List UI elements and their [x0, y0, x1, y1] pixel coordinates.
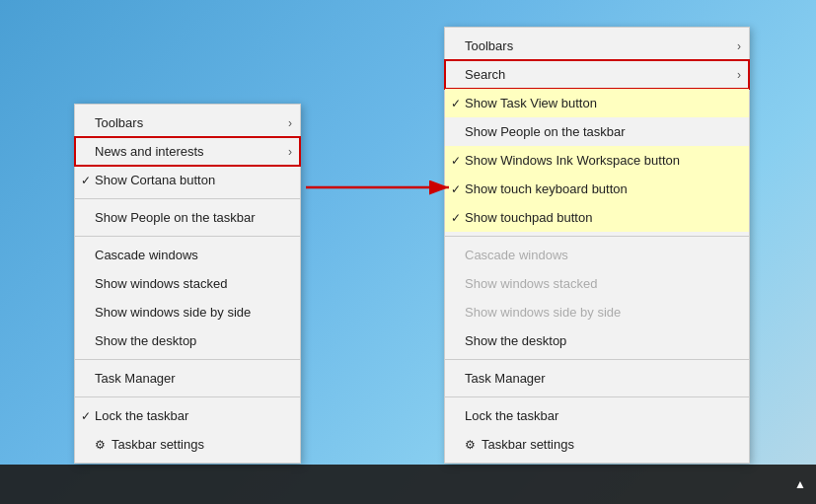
menu-item-label: Show windows stacked [95, 276, 227, 291]
menu-item-label: Show windows side by side [95, 305, 251, 320]
menu-item-label: Show windows side by side [465, 305, 621, 320]
menu-divider [445, 396, 749, 397]
menu-divider [75, 359, 300, 360]
context-menu-right: Toolbars›Search›✓Show Task View buttonSh… [444, 27, 750, 464]
menu-item-show-people-r[interactable]: Show People on the taskbar [445, 117, 749, 146]
submenu-arrow-icon: › [737, 68, 741, 82]
menu-item-label: Show touchpad button [465, 210, 592, 225]
menu-item-label: Toolbars [465, 38, 513, 53]
menu-item-label: Taskbar settings [482, 437, 574, 452]
checkmark-icon: ✓ [81, 174, 91, 187]
menu-item-label: Show People on the taskbar [465, 124, 626, 139]
menu-item-label: Cascade windows [95, 248, 198, 262]
menu-item-lock-taskbar[interactable]: ✓Lock the taskbar [75, 401, 300, 430]
menu-item-label: News and interests [95, 144, 204, 159]
menu-item-show-taskview[interactable]: ✓Show Task View button [445, 89, 749, 117]
menu-item-label: Cascade windows [465, 248, 568, 262]
menu-divider [445, 236, 749, 237]
menu-item-task-manager-r[interactable]: Task Manager [445, 364, 749, 393]
menu-item-show-desktop-r[interactable]: Show the desktop [445, 326, 749, 355]
menu-item-show-ink[interactable]: ✓Show Windows Ink Workspace button [445, 146, 749, 175]
menu-item-label: Show the desktop [465, 333, 566, 348]
menu-item-show-side-r: Show windows side by side [445, 298, 749, 326]
taskbar-chevron-icon[interactable]: ▲ [794, 477, 806, 491]
menu-item-cascade[interactable]: Cascade windows [75, 241, 300, 269]
checkmark-icon: ✓ [451, 211, 461, 225]
gear-icon: ⚙ [95, 438, 106, 452]
menu-item-label: Show Windows Ink Workspace button [465, 153, 680, 168]
menu-item-label: Search [465, 67, 505, 82]
checkmark-icon: ✓ [451, 154, 461, 168]
menu-item-show-side[interactable]: Show windows side by side [75, 298, 300, 326]
menu-item-show-cortana[interactable]: ✓Show Cortana button [75, 166, 300, 194]
menu-item-label: Task Manager [465, 371, 546, 386]
checkmark-icon: ✓ [451, 182, 461, 196]
submenu-arrow-icon: › [737, 39, 741, 53]
menu-divider [445, 359, 749, 360]
menu-item-label: Show windows stacked [465, 276, 597, 291]
submenu-arrow-icon: › [288, 116, 292, 130]
menu-divider [75, 236, 300, 237]
menu-item-show-touchpad[interactable]: ✓Show touchpad button [445, 203, 749, 232]
gear-icon: ⚙ [465, 438, 476, 452]
menu-item-task-manager[interactable]: Task Manager [75, 364, 300, 393]
menu-item-toolbars[interactable]: Toolbars› [75, 108, 300, 137]
menu-item-label: Lock the taskbar [465, 408, 558, 423]
menu-item-toolbars-r[interactable]: Toolbars› [445, 32, 749, 60]
checkmark-icon: ✓ [81, 409, 91, 423]
menu-item-label: Lock the taskbar [95, 408, 188, 423]
menu-item-taskbar-settings-r[interactable]: ⚙Taskbar settings [445, 430, 749, 459]
menu-item-label: Taskbar settings [111, 437, 204, 452]
submenu-arrow-icon: › [288, 145, 292, 159]
menu-item-show-stacked[interactable]: Show windows stacked [75, 269, 300, 298]
menu-item-show-stacked-r: Show windows stacked [445, 269, 749, 298]
taskbar: ▲ [0, 465, 816, 504]
menu-item-label: Toolbars [95, 115, 143, 130]
menu-divider [75, 198, 300, 199]
menu-item-show-desktop[interactable]: Show the desktop [75, 326, 300, 355]
context-menu-left: Toolbars›News and interests›✓Show Cortan… [74, 104, 301, 464]
menu-item-label: Show touch keyboard button [465, 181, 628, 196]
menu-item-show-people[interactable]: Show People on the taskbar [75, 203, 300, 232]
menu-item-cascade-r: Cascade windows [445, 241, 749, 269]
menu-item-show-keyboard[interactable]: ✓Show touch keyboard button [445, 175, 749, 203]
menu-item-search-r[interactable]: Search› [445, 60, 749, 89]
menu-item-label: Task Manager [95, 371, 176, 386]
menu-item-news-interests[interactable]: News and interests› [75, 137, 300, 166]
menu-item-label: Show the desktop [95, 333, 196, 348]
menu-item-lock-taskbar-r[interactable]: Lock the taskbar [445, 401, 749, 430]
menu-item-taskbar-settings[interactable]: ⚙Taskbar settings [75, 430, 300, 459]
menu-item-label: Show Cortana button [95, 173, 215, 187]
menu-item-label: Show Task View button [465, 96, 597, 110]
menu-item-label: Show People on the taskbar [95, 210, 256, 225]
checkmark-icon: ✓ [451, 97, 461, 110]
menu-divider [75, 396, 300, 397]
